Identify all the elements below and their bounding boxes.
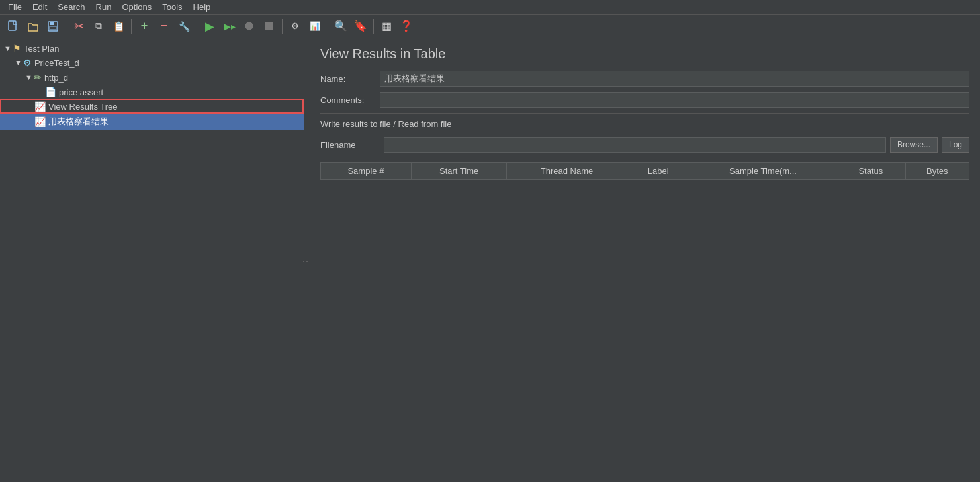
menu-file[interactable]: File xyxy=(3,1,27,13)
filename-label: Filename xyxy=(320,140,380,150)
tree-item-http-d[interactable]: ▼ ✏ http_d xyxy=(0,70,304,85)
menu-help[interactable]: Help xyxy=(188,1,216,13)
toolbar: ✂ ⧉ 📋 + − 🔧 ▶ ▶▸ ⏺ ⏹ ⚙ 📊 🔍 🔖 ▦ ❓ xyxy=(0,15,980,38)
tree-label-view-results-table: 用表格察看结果 xyxy=(48,116,109,128)
assert-icon: 📄 xyxy=(45,87,56,97)
tree-label-http-d: http_d xyxy=(44,73,68,83)
stop-button[interactable]: ⏺ xyxy=(240,17,259,36)
paste-button[interactable]: 📋 xyxy=(109,17,128,36)
menu-tools[interactable]: Tools xyxy=(157,1,187,13)
right-panel: View Results in Table Name: Comments: Wr… xyxy=(310,38,980,482)
tree-label-price-test-d: PriceTest_d xyxy=(34,58,79,68)
section-title: Write results to file / Read from file xyxy=(320,113,969,132)
col-label[interactable]: Label xyxy=(627,163,690,180)
panel-title: View Results in Table xyxy=(320,46,969,61)
tree-label-price-assert: price assert xyxy=(59,87,103,97)
browse-button[interactable]: Browse... xyxy=(890,137,938,153)
remove-button[interactable]: − xyxy=(155,17,173,36)
name-input[interactable] xyxy=(380,71,969,87)
svg-rect-0 xyxy=(9,21,16,30)
col-sample-time[interactable]: Sample Time(m... xyxy=(690,163,836,180)
tree-label-view-results-tree: View Results Tree xyxy=(48,102,118,112)
sep5 xyxy=(328,19,328,34)
col-start-time[interactable]: Start Time xyxy=(411,163,507,180)
arrow-test-plan: ▼ xyxy=(4,44,11,52)
tree-item-view-results-tree[interactable]: 📈 View Results Tree xyxy=(0,99,304,114)
comments-label: Comments: xyxy=(320,95,380,105)
tree-item-view-results-table[interactable]: 📈 用表格察看结果 xyxy=(0,114,304,130)
threadgroup-icon: ⚙ xyxy=(23,58,32,68)
results-table: Sample # Start Time Thread Name Label Sa… xyxy=(320,162,969,180)
menu-options[interactable]: Options xyxy=(116,1,157,13)
sep3 xyxy=(197,19,197,34)
col-thread-name[interactable]: Thread Name xyxy=(507,163,627,180)
sep4 xyxy=(282,19,283,34)
clear-button[interactable]: 🔧 xyxy=(175,17,193,36)
arrow-http: ▼ xyxy=(25,73,32,81)
tree-item-price-test-d[interactable]: ▼ ⚙ PriceTest_d xyxy=(0,56,304,70)
run-remote-button[interactable]: ▶▸ xyxy=(220,17,239,36)
name-row: Name: xyxy=(320,71,969,87)
open-button[interactable] xyxy=(24,17,42,36)
comments-row: Comments: xyxy=(320,92,969,108)
left-panel: ▼ ⚑ Test Plan ▼ ⚙ PriceTest_d ▼ ✏ http_d… xyxy=(0,38,304,482)
http-icon: ✏ xyxy=(34,72,42,83)
copy-button[interactable]: ⧉ xyxy=(89,17,108,36)
menu-edit[interactable]: Edit xyxy=(27,1,52,13)
run-button[interactable]: ▶ xyxy=(200,17,219,36)
testplan-icon: ⚑ xyxy=(13,43,21,54)
tree-item-test-plan[interactable]: ▼ ⚑ Test Plan xyxy=(0,41,304,56)
svg-rect-3 xyxy=(50,26,56,30)
col-bytes[interactable]: Bytes xyxy=(905,163,969,180)
arrow-price-test: ▼ xyxy=(15,59,22,67)
panel-splitter[interactable]: ⋮ xyxy=(304,38,310,482)
menubar: File Edit Search Run Options Tools Help xyxy=(0,0,980,15)
table-header: Sample # Start Time Thread Name Label Sa… xyxy=(321,163,969,180)
comments-input[interactable] xyxy=(380,92,969,108)
tree-label-test-plan: Test Plan xyxy=(24,44,59,54)
table-button[interactable]: ▦ xyxy=(377,17,396,36)
search-button[interactable]: 🔍 xyxy=(332,17,350,36)
menu-search[interactable]: Search xyxy=(52,1,90,13)
listener-table-icon: 📈 xyxy=(34,116,46,127)
log-button[interactable]: Log xyxy=(942,137,969,153)
help-button[interactable]: ❓ xyxy=(397,17,416,36)
filename-row: Filename Browse... Log xyxy=(320,137,969,153)
sep6 xyxy=(373,19,374,34)
add-button[interactable]: + xyxy=(135,17,154,36)
name-label: Name: xyxy=(320,74,380,84)
save-button[interactable] xyxy=(44,17,62,36)
shutdown-button[interactable]: ⏹ xyxy=(260,17,279,36)
svg-rect-2 xyxy=(50,22,54,25)
new-button[interactable] xyxy=(4,17,22,36)
remote-start-btn[interactable]: ⚙ xyxy=(286,17,304,36)
remote-stop-btn[interactable]: 📊 xyxy=(306,17,324,36)
sep2 xyxy=(131,19,132,34)
col-sample-num[interactable]: Sample # xyxy=(321,163,412,180)
template-button[interactable]: 🔖 xyxy=(351,17,370,36)
col-status[interactable]: Status xyxy=(836,163,905,180)
main-layout: ▼ ⚑ Test Plan ▼ ⚙ PriceTest_d ▼ ✏ http_d… xyxy=(0,38,980,482)
cut-button[interactable]: ✂ xyxy=(69,17,88,36)
listener-tree-icon: 📈 xyxy=(34,101,46,112)
menu-run[interactable]: Run xyxy=(91,1,117,13)
tree-item-price-assert[interactable]: 📄 price assert xyxy=(0,85,304,99)
filename-input[interactable] xyxy=(384,137,886,153)
sep1 xyxy=(66,19,66,34)
